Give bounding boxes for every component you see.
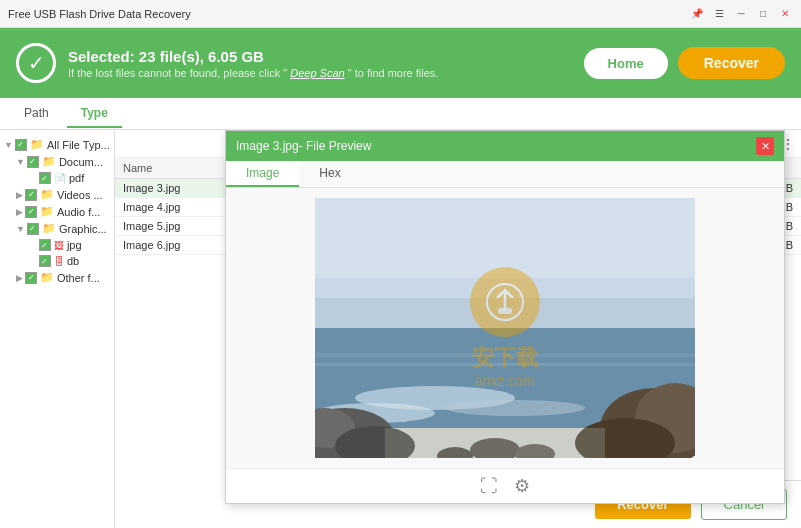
tree-item-other[interactable]: ▶ ✓ 📁 Other f... — [4, 269, 110, 286]
crop-icon[interactable]: ⛶ — [480, 476, 498, 497]
preview-header: Image 3.jpg- File Preview ✕ — [226, 131, 784, 161]
recover-header-button[interactable]: Recover — [678, 47, 785, 79]
folder-icon-all: 📁 — [30, 138, 44, 151]
selected-info: Selected: 23 file(s), 6.05 GB — [68, 48, 438, 65]
header-text: Selected: 23 file(s), 6.05 GB If the los… — [68, 48, 438, 79]
preview-image-area: 安下载 anxz.com — [226, 188, 784, 468]
window-controls: 📌 ☰ ─ □ ✕ — [689, 6, 793, 22]
app-title: Free USB Flash Drive Data Recovery — [8, 8, 191, 20]
tree-label-other: Other f... — [57, 272, 100, 284]
check-circle-icon: ✓ — [16, 43, 56, 83]
checkbox-db[interactable]: ✓ — [39, 255, 51, 267]
checkbox-videos[interactable]: ✓ — [25, 189, 37, 201]
tree-item-docum[interactable]: ▼ ✓ 📁 Docum... — [4, 153, 110, 170]
pdf-icon: 📄 — [54, 173, 66, 184]
preview-bottom-toolbar: ⛶ ⚙ — [226, 468, 784, 503]
folder-icon-graphic: 📁 — [42, 222, 56, 235]
tab-image[interactable]: Image — [226, 161, 299, 187]
deep-scan-link[interactable]: Deep Scan — [290, 67, 344, 79]
hint-suffix: " to find more files. — [345, 67, 439, 79]
preview-dialog: Image 3.jpg- File Preview ✕ Image Hex — [225, 130, 785, 504]
svg-rect-18 — [385, 428, 605, 458]
tab-hex[interactable]: Hex — [299, 161, 360, 187]
header-left: ✓ Selected: 23 file(s), 6.05 GB If the l… — [16, 43, 438, 83]
header-right: Home Recover — [584, 47, 785, 79]
preview-title: Image 3.jpg- File Preview — [236, 139, 371, 153]
app-header: ✓ Selected: 23 file(s), 6.05 GB If the l… — [0, 28, 801, 98]
tree-item-graphic[interactable]: ▼ ✓ 📁 Graphic... — [4, 220, 110, 237]
checkbox-all[interactable]: ✓ — [15, 139, 27, 151]
svg-rect-1 — [315, 198, 695, 278]
svg-rect-5 — [315, 363, 695, 366]
file-tree: ▼ ✓ 📁 All File Typ... ▼ ✓ 📁 Docum... ▼ ✓… — [0, 130, 115, 528]
tree-item-pdf[interactable]: ▼ ✓ 📄 pdf — [4, 170, 110, 186]
pin-icon[interactable]: 📌 — [689, 6, 705, 22]
folder-icon-audio: 📁 — [40, 205, 54, 218]
svg-rect-4 — [315, 353, 695, 357]
tree-item-all[interactable]: ▼ ✓ 📁 All File Typ... — [4, 136, 110, 153]
checkbox-other[interactable]: ✓ — [25, 272, 37, 284]
minimize-icon[interactable]: ─ — [733, 6, 749, 22]
tree-label-jpg: jpg — [67, 239, 82, 251]
preview-tabs: Image Hex — [226, 161, 784, 188]
folder-icon-other: 📁 — [40, 271, 54, 284]
checkbox-docum[interactable]: ✓ — [27, 156, 39, 168]
tree-label-videos: Videos ... — [57, 189, 103, 201]
hint-text: If the lost files cannot be found, pleas… — [68, 67, 438, 79]
maximize-icon[interactable]: □ — [755, 6, 771, 22]
tree-item-audio[interactable]: ▶ ✓ 📁 Audio f... — [4, 203, 110, 220]
tree-label-graphic: Graphic... — [59, 223, 107, 235]
tree-label-docum: Docum... — [59, 156, 103, 168]
home-button[interactable]: Home — [584, 48, 668, 79]
tab-type[interactable]: Type — [67, 100, 122, 128]
close-icon[interactable]: ✕ — [777, 6, 793, 22]
jpg-icon: 🖼 — [54, 240, 64, 251]
settings-icon[interactable]: ⚙ — [514, 475, 530, 497]
folder-icon-docum: 📁 — [42, 155, 56, 168]
menu-icon[interactable]: ☰ — [711, 6, 727, 22]
db-icon: 🗄 — [54, 256, 64, 267]
folder-icon-videos: 📁 — [40, 188, 54, 201]
tree-label-db: db — [67, 255, 79, 267]
svg-rect-2 — [315, 298, 695, 328]
tab-path[interactable]: Path — [10, 100, 63, 128]
checkbox-jpg[interactable]: ✓ — [39, 239, 51, 251]
tree-item-db[interactable]: ▼ ✓ 🗄 db — [4, 253, 110, 269]
svg-point-8 — [445, 400, 585, 416]
file-list-panel: ⊞ ⊟ ☰ ⋮ Name Size Image 3.jpg KB Image 4… — [115, 130, 801, 528]
tree-label-pdf: pdf — [69, 172, 84, 184]
beach-image — [315, 198, 695, 458]
tree-item-jpg[interactable]: ▼ ✓ 🖼 jpg — [4, 237, 110, 253]
tabs-bar: Path Type — [0, 98, 801, 130]
checkbox-graphic[interactable]: ✓ — [27, 223, 39, 235]
tree-label-all: All File Typ... — [47, 139, 110, 151]
checkbox-audio[interactable]: ✓ — [25, 206, 37, 218]
tree-item-videos[interactable]: ▶ ✓ 📁 Videos ... — [4, 186, 110, 203]
title-bar: Free USB Flash Drive Data Recovery 📌 ☰ ─… — [0, 0, 801, 28]
preview-close-button[interactable]: ✕ — [756, 137, 774, 155]
main-content: ▼ ✓ 📁 All File Typ... ▼ ✓ 📁 Docum... ▼ ✓… — [0, 130, 801, 528]
checkbox-pdf[interactable]: ✓ — [39, 172, 51, 184]
tree-label-audio: Audio f... — [57, 206, 100, 218]
hint-prefix: If the lost files cannot be found, pleas… — [68, 67, 290, 79]
